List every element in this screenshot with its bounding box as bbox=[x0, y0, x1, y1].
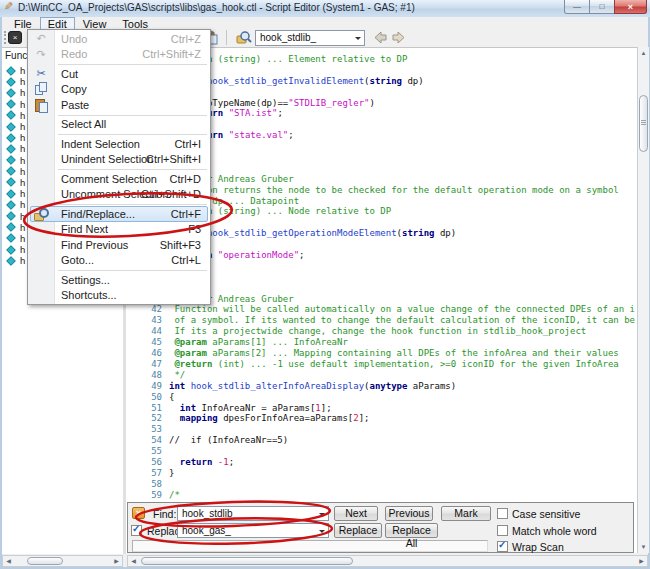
line-text: { bbox=[169, 392, 174, 403]
vertical-scrollbar-thumb[interactable] bbox=[639, 95, 648, 152]
code-token: return bbox=[180, 457, 213, 467]
close-button[interactable]: × bbox=[614, 0, 647, 14]
code-line[interactable]: 58 bbox=[126, 479, 637, 490]
code-token: ; bbox=[277, 108, 282, 118]
hscrollbar-thumb[interactable] bbox=[27, 557, 63, 565]
menu-item-unindent-selection[interactable]: Unindent SelectionCtrl+Shift+I bbox=[28, 152, 210, 168]
code-line[interactable]: 46 @param aParams[2] ... Mapping contain… bbox=[126, 348, 637, 359]
title-bar[interactable]: ✎ D:\WinCC_OA_Projects\GAS\scripts\libs\… bbox=[0, 0, 650, 17]
menu-item-redo[interactable]: ↷RedoCtrl+Shift+Z bbox=[28, 47, 210, 63]
menu-item-undo[interactable]: ↶UndoCtrl+Z bbox=[28, 31, 210, 47]
back-icon[interactable] bbox=[372, 30, 388, 45]
previous-button[interactable]: Previous bbox=[385, 506, 433, 521]
find-bar-close-button[interactable]: × bbox=[132, 507, 145, 519]
menu-item-find-previous[interactable]: Find PreviousShift+F3 bbox=[28, 237, 210, 253]
scroll-right-icon[interactable]: ▶ bbox=[636, 556, 647, 566]
code-line[interactable]: 45 @param aParams[1] ... InfoAreaNr bbox=[126, 337, 637, 348]
menu-item-label: Settings... bbox=[61, 274, 110, 286]
code-token: (string) ... Node relative to DP bbox=[212, 206, 391, 216]
minimize-button[interactable]: — bbox=[564, 0, 590, 14]
menu-item-label: Cut bbox=[61, 68, 78, 80]
code-line[interactable]: 53 bbox=[126, 424, 637, 435]
case-sensitive-checkbox[interactable] bbox=[497, 508, 508, 519]
code-token: @return bbox=[174, 359, 212, 369]
menu-item-find-next[interactable]: Find NextF3 bbox=[28, 222, 210, 238]
case-sensitive-label: Case sensitive bbox=[512, 508, 580, 520]
line-text: int hook_stdlib_alterInfoAreaDisplay(any… bbox=[169, 381, 456, 392]
function-diamond-icon bbox=[6, 222, 16, 232]
line-text: /* bbox=[169, 490, 180, 501]
menu-item-paste[interactable]: Paste bbox=[28, 97, 210, 113]
replace-button[interactable]: Replace bbox=[334, 523, 382, 538]
copy-icon bbox=[33, 82, 49, 96]
menu-item-uncomment-selection[interactable]: Uncomment SelectionCtrl+Shift+D bbox=[28, 187, 210, 203]
code-line[interactable]: 49int hook_stdlib_alterInfoAreaDisplay(a… bbox=[126, 381, 637, 392]
code-line[interactable]: 44 If its a projectwide change, change t… bbox=[126, 326, 637, 337]
menu-item-shortcut: Ctrl+Shift+D bbox=[141, 188, 201, 200]
scroll-up-icon[interactable]: ▲ bbox=[638, 47, 649, 59]
code-token: InfoAreaNr = aParams[ bbox=[196, 403, 315, 413]
chevron-down-icon[interactable] bbox=[355, 37, 361, 43]
function-label: h bbox=[20, 233, 25, 244]
mark-button[interactable]: Mark bbox=[441, 506, 491, 521]
menu-item-cut[interactable]: ✂Cut bbox=[28, 66, 210, 82]
code-line[interactable]: 54// if (InfoAreaNr==5) bbox=[126, 435, 637, 446]
scroll-down-icon[interactable]: ▼ bbox=[638, 541, 649, 553]
next-button[interactable]: Next bbox=[334, 506, 378, 521]
check-icon: ✓ bbox=[132, 523, 140, 534]
function-label: h bbox=[20, 65, 25, 76]
toolbar-drag-handle[interactable] bbox=[4, 31, 6, 44]
functions-panel-hscrollbar[interactable]: ◀ ▶ bbox=[2, 555, 123, 567]
chevron-down-icon[interactable] bbox=[319, 530, 325, 536]
replace-all-button[interactable]: Replace All bbox=[385, 523, 438, 538]
hscrollbar-thumb[interactable] bbox=[141, 557, 353, 565]
code-token: "operationMode" bbox=[218, 250, 299, 260]
maximize-button[interactable]: □ bbox=[590, 0, 614, 14]
function-label: h bbox=[20, 121, 25, 132]
code-line[interactable]: 57} bbox=[126, 468, 637, 479]
menu-item-comment-selection[interactable]: Comment SelectionCtrl+D bbox=[28, 171, 210, 187]
wrap-scan-checkbox[interactable]: ✓ bbox=[497, 541, 508, 552]
line-number: 59 bbox=[126, 490, 169, 501]
replace-enable-checkbox[interactable]: ✓ bbox=[131, 525, 142, 536]
menu-item-goto[interactable]: Goto...Ctrl+L bbox=[28, 253, 210, 269]
code-line[interactable]: 42 Function will be called automatically… bbox=[126, 304, 637, 315]
menu-item-indent-selection[interactable]: Indent SelectionCtrl+I bbox=[28, 136, 210, 152]
menu-item-find-replace[interactable]: Find/Replace...Ctrl+F bbox=[28, 206, 210, 222]
editor-hscrollbar[interactable]: ◀ ▶ bbox=[127, 555, 648, 567]
code-line[interactable]: 55 bbox=[126, 446, 637, 457]
close-file-button[interactable]: × bbox=[8, 31, 22, 44]
menu-item-shortcuts[interactable]: Shortcuts... bbox=[28, 288, 210, 304]
chevron-down-icon[interactable] bbox=[319, 513, 325, 519]
find-input[interactable]: hook_stdlib_ bbox=[177, 506, 329, 521]
code-token: aParams[1] ... InfoAreaNr bbox=[207, 337, 348, 347]
menu-item-settings[interactable]: Settings... bbox=[28, 272, 210, 288]
code-line[interactable]: 47 @return (int) ... -1 use default impl… bbox=[126, 359, 637, 370]
scroll-left-icon[interactable]: ◀ bbox=[3, 556, 14, 566]
code-line[interactable]: 51 int InfoAreaNr = aParams[1]; bbox=[126, 403, 637, 414]
forward-icon[interactable] bbox=[391, 30, 407, 45]
code-line[interactable]: 43 of a symbol. If its wanted to change … bbox=[126, 315, 637, 326]
menu-item-copy[interactable]: Copy bbox=[28, 82, 210, 98]
code-token: ]; bbox=[321, 403, 332, 413]
line-number: 42 bbox=[126, 304, 169, 315]
vertical-scrollbar[interactable]: ▲ ▼ bbox=[637, 47, 649, 553]
menu-item-shortcut: Shift+F3 bbox=[160, 239, 201, 251]
menu-item-select-all[interactable]: Select All bbox=[28, 117, 210, 133]
scroll-left-icon[interactable]: ◀ bbox=[128, 556, 139, 566]
menu-item-label: Paste bbox=[61, 99, 89, 111]
code-line[interactable]: 48 */ bbox=[126, 370, 637, 381]
scroll-right-icon[interactable]: ▶ bbox=[111, 556, 122, 566]
search-icon[interactable] bbox=[236, 30, 252, 45]
match-whole-word-checkbox[interactable] bbox=[497, 525, 508, 536]
code-token: aParams[2] ... Mapping containing all DP… bbox=[207, 348, 619, 358]
code-line[interactable]: 56 return -1; bbox=[126, 457, 637, 468]
code-line[interactable]: 52 mapping dpesForInfoArea=aParams[2]; bbox=[126, 413, 637, 424]
code-line[interactable]: 50{ bbox=[126, 392, 637, 403]
line-text: } bbox=[169, 468, 174, 479]
menu-item-shortcut: F3 bbox=[188, 223, 201, 235]
code-line[interactable]: 59/* bbox=[126, 490, 637, 501]
search-input[interactable]: hook_stdlib_ bbox=[255, 30, 365, 46]
line-number: 53 bbox=[126, 424, 169, 435]
replace-input[interactable]: hook_gas_ bbox=[177, 523, 329, 538]
